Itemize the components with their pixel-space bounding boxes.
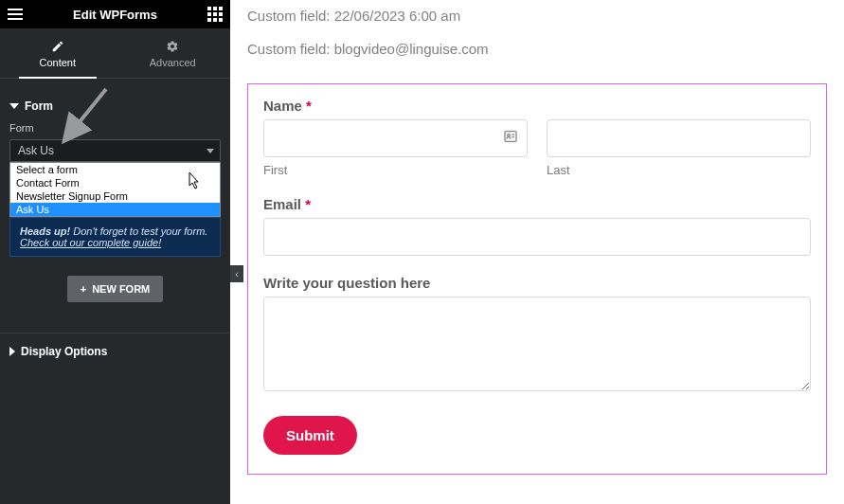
form-preview: Name * First Last Email * Write your que… (247, 83, 827, 475)
header-bar: Edit WPForms (0, 0, 230, 28)
tab-label: Content (39, 57, 76, 68)
form-select-dropdown: Select a form Contact Form Newsletter Si… (9, 162, 221, 217)
tab-advanced[interactable]: Advanced (116, 28, 231, 78)
dropdown-item-placeholder[interactable]: Select a form (10, 163, 220, 176)
sidebar: Edit WPForms Content Advanced Form Form … (0, 0, 230, 504)
tab-label: Advanced (150, 57, 196, 68)
question-textarea[interactable] (263, 297, 811, 391)
tabs: Content Advanced (0, 28, 230, 79)
notice-link[interactable]: Check out our complete guide! (20, 237, 161, 248)
question-label: Write your question here (263, 275, 811, 291)
section-label: Display Options (21, 345, 107, 358)
email-label: Email * (263, 196, 811, 212)
button-label: Submit (286, 427, 334, 443)
dropdown-item[interactable]: Newsletter Signup Form (10, 189, 220, 203)
email-input[interactable] (263, 218, 811, 256)
form-select[interactable]: Ask Us (9, 139, 221, 162)
chevron-left-icon: ‹ (235, 268, 239, 279)
svg-rect-1 (505, 132, 516, 142)
dropdown-item-selected[interactable]: Ask Us (10, 203, 220, 216)
chevron-right-icon (9, 347, 15, 356)
submit-button[interactable]: Submit (263, 416, 357, 455)
panel-title: Edit WPForms (73, 8, 157, 22)
button-label: NEW FORM (92, 283, 150, 295)
first-sublabel: First (263, 163, 528, 177)
dropdown-item[interactable]: Contact Form (10, 176, 220, 189)
name-label: Name * (263, 98, 811, 114)
last-name-input[interactable] (547, 119, 811, 157)
select-value: Ask Us (18, 144, 54, 157)
custom-field-text: Custom field: 22/06/2023 6:00 am (247, 8, 827, 24)
first-name-input[interactable] (263, 119, 528, 157)
tab-content[interactable]: Content (0, 28, 116, 78)
menu-icon[interactable] (8, 9, 23, 20)
gear-icon (166, 40, 179, 53)
chevron-down-icon (207, 149, 214, 153)
custom-field-text: Custom field: blogvideo@linguise.com (247, 41, 827, 57)
name-field-icon (503, 129, 518, 148)
apps-icon[interactable] (207, 7, 223, 22)
section-label: Form (25, 99, 53, 113)
notice-strong: Heads up! (20, 225, 70, 237)
pencil-icon (51, 40, 64, 53)
content-area: Custom field: 22/06/2023 6:00 am Custom … (230, 0, 844, 504)
section-form-header[interactable]: Form (9, 90, 221, 122)
notice-box: Heads up! Don't forget to test your form… (9, 217, 221, 257)
chevron-down-icon (9, 103, 19, 109)
new-form-button[interactable]: +NEW FORM (67, 276, 164, 302)
collapse-toggle[interactable]: ‹ (230, 265, 243, 282)
form-field-label: Form (9, 122, 221, 134)
last-sublabel: Last (547, 163, 811, 177)
section-display-options[interactable]: Display Options (0, 333, 230, 369)
notice-text: Don't forget to test your form. (70, 225, 207, 237)
plus-icon: + (81, 283, 86, 295)
svg-point-2 (508, 134, 511, 136)
panel-content: Form Form Ask Us Select a form Contact F… (0, 79, 230, 333)
